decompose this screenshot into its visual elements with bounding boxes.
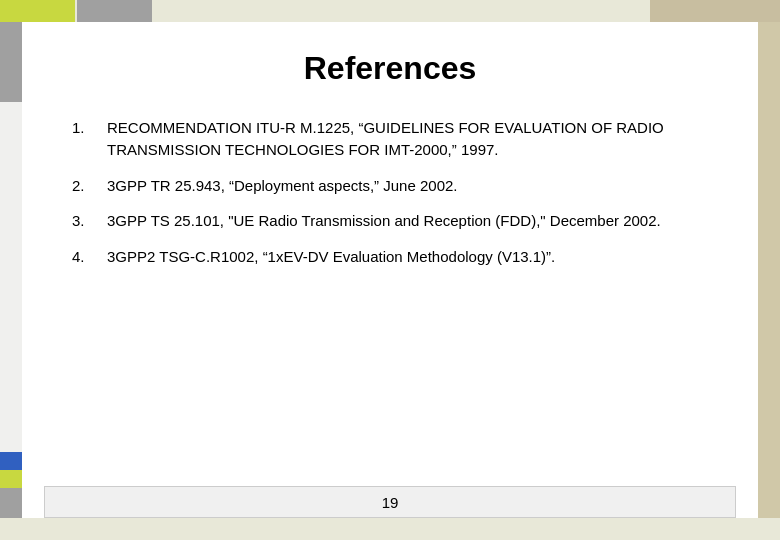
top-green-block [0,0,75,22]
list-item: 2. 3GPP TR 25.943, “Deployment aspects,”… [72,175,708,197]
ref-text-3: 3GPP TS 25.101, "UE Radio Transmission a… [107,210,708,232]
list-item: 4. 3GPP2 TSG-C.R1002, “1xEV-DV Evaluatio… [72,246,708,268]
list-item: 3. 3GPP TS 25.101, "UE Radio Transmissio… [72,210,708,232]
ref-text-1: RECOMMENDATION ITU-R M.1225, “GUIDELINES… [107,117,708,161]
ref-text-2: 3GPP TR 25.943, “Deployment aspects,” Ju… [107,175,708,197]
left-bar [0,22,22,518]
left-blue-block [0,452,22,470]
ref-number-3: 3. [72,210,107,232]
page-number: 19 [382,494,399,511]
left-white-block [0,102,22,452]
right-bar [758,22,780,518]
ref-text-4: 3GPP2 TSG-C.R1002, “1xEV-DV Evaluation M… [107,246,708,268]
left-bottom-gray-block [0,488,22,518]
slide-title: References [22,22,758,107]
ref-number-1: 1. [72,117,107,161]
slide-container: References 1. RECOMMENDATION ITU-R M.122… [0,0,780,540]
references-list: 1. RECOMMENDATION ITU-R M.1225, “GUIDELI… [22,107,758,292]
top-gray-block [77,0,152,22]
top-right-tan-block [650,0,780,22]
list-item: 1. RECOMMENDATION ITU-R M.1225, “GUIDELI… [72,117,708,161]
left-gray-block [0,22,22,102]
left-green-block [0,470,22,488]
bottom-bar [0,518,780,540]
main-content: References 1. RECOMMENDATION ITU-R M.122… [22,22,758,518]
ref-number-4: 4. [72,246,107,268]
ref-number-2: 2. [72,175,107,197]
page-number-area: 19 [44,486,736,518]
